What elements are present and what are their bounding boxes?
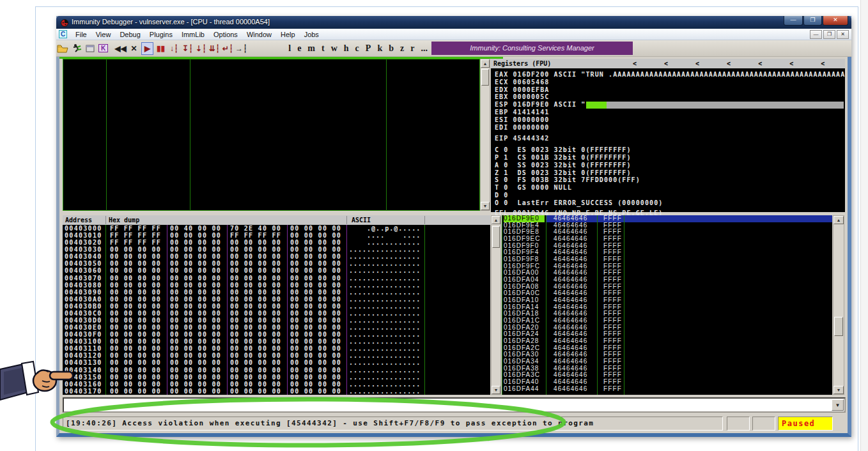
menu-item-debug[interactable]: Debug bbox=[115, 29, 144, 40]
letter-button-e[interactable]: e bbox=[297, 43, 301, 54]
table-row[interactable]: 0040307000 00 00 0000 00 00 0000 00 00 0… bbox=[63, 275, 490, 282]
scroll-thumb[interactable] bbox=[492, 226, 500, 248]
flag-row[interactable]: P 1 CS 001B 32bit 0(FFFFFFFF) bbox=[495, 154, 845, 162]
windows-list-icon[interactable] bbox=[84, 42, 96, 55]
table-row[interactable]: 016DFA1046464646FFFF bbox=[502, 297, 832, 304]
letter-button-r[interactable]: r bbox=[410, 43, 414, 54]
register-row-esp[interactable]: ESP 016DF9E0 ASCII " bbox=[495, 101, 845, 109]
registers-body[interactable]: EAX 016DF200 ASCII "TRUN .AAAAAAAAAAAAAA… bbox=[491, 68, 845, 212]
hex-dump-scrollbar[interactable]: ▲ ▼ bbox=[491, 215, 501, 395]
table-row[interactable]: 0040314000 00 00 0000 00 00 0000 00 00 0… bbox=[63, 367, 490, 374]
flag-row[interactable]: O 0 LastErr ERROR_SUCCESS (00000000) bbox=[495, 199, 845, 207]
table-row[interactable]: 016DFA0846464646FFFF bbox=[502, 284, 832, 291]
table-row[interactable]: 016DFA2C46464646FFFF bbox=[502, 345, 832, 352]
command-dropdown-icon[interactable]: ▼ bbox=[832, 399, 844, 411]
table-row[interactable]: 016DFA1C46464646FFFF bbox=[502, 317, 832, 325]
table-row[interactable]: 00403000FF FF FF FF00 40 00 0070 2E 40 0… bbox=[63, 225, 490, 232]
table-row[interactable]: 016DFA4446464646FFFF bbox=[502, 386, 832, 393]
step-over-icon[interactable]: ↧┆ bbox=[182, 42, 194, 55]
letter-button-k[interactable]: k bbox=[377, 43, 382, 54]
menu-item-help[interactable]: Help bbox=[276, 29, 300, 40]
mdi-restore-button[interactable]: ❐ bbox=[823, 30, 835, 39]
register-row-eax[interactable]: EAX 016DF200 ASCII "TRUN .AAAAAAAAAAAAAA… bbox=[495, 71, 845, 79]
register-row-ebp[interactable]: EBP 41414141 bbox=[495, 109, 845, 116]
cpu-child-icon[interactable]: C bbox=[59, 30, 67, 38]
attach-process-icon[interactable] bbox=[70, 42, 82, 55]
trace-over-icon[interactable]: ⇊┆ bbox=[208, 42, 221, 55]
table-row[interactable]: 016DFA1446464646FFFF bbox=[502, 304, 832, 311]
table-row[interactable]: 016DFA4046464646FFFF bbox=[502, 379, 832, 386]
table-row[interactable]: 016DFA2846464646FFFF bbox=[502, 338, 832, 345]
rewind-icon[interactable]: ◀◀ bbox=[114, 42, 127, 55]
hex-dump-panel[interactable]: Address Hex dump ASCII 00403000FF FF FF … bbox=[63, 215, 490, 395]
registers-panel[interactable]: Registers (FPU) <<<<<<< EAX 016DF200 ASC… bbox=[491, 59, 845, 212]
table-row[interactable]: 016DF9F846464646FFFF bbox=[502, 256, 832, 263]
menu-item-jobs[interactable]: Jobs bbox=[300, 29, 323, 40]
command-input[interactable]: ▼ bbox=[63, 397, 846, 413]
menu-item-immlib[interactable]: ImmLib bbox=[177, 29, 209, 40]
table-row[interactable]: 004030E000 00 00 0000 00 00 0000 00 00 0… bbox=[63, 324, 490, 331]
table-row[interactable]: 0040310000 00 00 0000 00 00 0000 00 00 0… bbox=[63, 338, 490, 345]
table-row[interactable]: 016DF9EC46464646FFFF bbox=[502, 236, 832, 243]
title-bar[interactable]: Immunity Debugger - vulnserver.exe - [CP… bbox=[56, 16, 851, 29]
disasm-scrollbar[interactable]: ▲ ▼ bbox=[480, 59, 490, 211]
flag-row[interactable]: Z 1 DS 0023 32bit 0(FFFFFFFF) bbox=[495, 169, 845, 177]
letter-button-h[interactable]: h bbox=[344, 43, 349, 54]
execute-till-return-icon[interactable]: ↵┆ bbox=[222, 42, 234, 55]
flag-row[interactable]: D 0 bbox=[495, 192, 845, 199]
menu-item-view[interactable]: View bbox=[91, 29, 116, 40]
letter-button-P[interactable]: P bbox=[366, 43, 371, 54]
table-row[interactable]: 016DF9E446464646FFFF bbox=[502, 222, 832, 229]
table-row[interactable]: 016DFA2046464646FFFF bbox=[502, 325, 832, 332]
letter-button-dotsdotsdots[interactable]: ... bbox=[421, 43, 428, 54]
maximize-button[interactable]: ❐ bbox=[803, 16, 822, 26]
register-row-edi[interactable]: EDI 00000000 bbox=[495, 124, 845, 132]
scroll-down-icon[interactable]: ▼ bbox=[492, 386, 500, 394]
table-row[interactable]: 016DF9FC46464646FFFF bbox=[502, 263, 832, 270]
register-row-esi[interactable]: ESI 00000000 bbox=[495, 116, 845, 124]
scroll-up-icon[interactable]: ▲ bbox=[833, 216, 844, 224]
menu-item-window[interactable]: Window bbox=[242, 29, 276, 40]
mdi-close-button[interactable]: ✕ bbox=[837, 30, 849, 39]
trace-into-icon[interactable]: ⇣┆ bbox=[195, 42, 207, 55]
stack-panel[interactable]: 016DF9E046464646FFFF016DF9E446464646FFFF… bbox=[502, 215, 832, 395]
scroll-up-icon[interactable]: ▲ bbox=[492, 216, 500, 224]
table-row[interactable]: 0040313000 00 00 0000 00 00 0000 00 00 0… bbox=[63, 359, 490, 366]
table-row[interactable]: 016DF9F046464646FFFF bbox=[502, 243, 832, 250]
table-row[interactable]: 016DFA3C46464646FFFF bbox=[502, 372, 832, 379]
table-row[interactable]: 0040311000 00 00 0000 00 00 0000 00 00 0… bbox=[63, 345, 490, 352]
minimize-button[interactable]: — bbox=[784, 16, 803, 26]
pause-icon[interactable]: ▮▮ bbox=[155, 42, 167, 55]
table-row[interactable]: 0040305000 00 00 0000 00 00 0000 00 00 0… bbox=[63, 260, 490, 267]
table-row[interactable]: 016DFA3446464646FFFF bbox=[502, 358, 832, 365]
terminate-icon[interactable]: ✕ bbox=[128, 42, 140, 55]
table-row[interactable]: 00403010FF FF FF FF00 00 00 00FF FF FF F… bbox=[63, 232, 490, 239]
open-file-icon[interactable] bbox=[57, 42, 69, 55]
table-row[interactable]: 016DFA0046464646FFFF bbox=[502, 270, 832, 277]
table-row[interactable]: 0040308000 00 00 0000 00 00 0000 00 00 0… bbox=[63, 282, 490, 289]
letter-button-b[interactable]: b bbox=[389, 43, 394, 54]
table-row[interactable]: 004030D000 00 00 0000 00 00 0000 00 00 0… bbox=[63, 317, 490, 324]
flag-row[interactable]: T 0 GS 0000 NULL bbox=[495, 184, 845, 192]
letter-button-m[interactable]: m bbox=[307, 43, 315, 54]
step-into-icon[interactable]: ↓┆ bbox=[168, 42, 180, 55]
menu-item-file[interactable]: File bbox=[71, 29, 91, 40]
letter-button-c[interactable]: c bbox=[355, 43, 359, 54]
register-row-edx[interactable]: EDX 0000EFBA bbox=[495, 86, 845, 94]
letter-button-w[interactable]: w bbox=[331, 43, 337, 54]
viewer-scrollbar[interactable] bbox=[860, 0, 868, 451]
table-row[interactable]: 0040303000 00 00 0000 00 00 0000 00 00 0… bbox=[63, 246, 490, 253]
table-row[interactable]: 0040306000 00 00 0000 00 00 0000 00 00 0… bbox=[63, 267, 490, 274]
table-row[interactable]: 016DFA0C46464646FFFF bbox=[502, 290, 832, 297]
scroll-thumb[interactable] bbox=[481, 69, 489, 86]
table-row[interactable]: 016DF9F446464646FFFF bbox=[502, 249, 832, 256]
register-row-ecx[interactable]: ECX 00605468 bbox=[495, 79, 845, 86]
table-row[interactable]: 004030F000 00 00 0000 00 00 0000 00 00 0… bbox=[63, 331, 490, 338]
flag-row[interactable]: C 0 ES 0023 32bit 0(FFFFFFFF) bbox=[495, 146, 845, 154]
table-row[interactable]: 016DF9E846464646FFFF bbox=[502, 229, 832, 236]
table-row[interactable]: 016DFA2446464646FFFF bbox=[502, 331, 832, 338]
scroll-up-icon[interactable]: ▲ bbox=[481, 59, 490, 68]
flag-row[interactable]: A 0 SS 0023 32bit 0(FFFFFFFF) bbox=[495, 162, 845, 169]
go-to-icon[interactable]: →┆ bbox=[235, 42, 247, 55]
flag-row[interactable]: S 0 FS 003B 32bit 7FFDD000(FFF) bbox=[495, 176, 845, 184]
